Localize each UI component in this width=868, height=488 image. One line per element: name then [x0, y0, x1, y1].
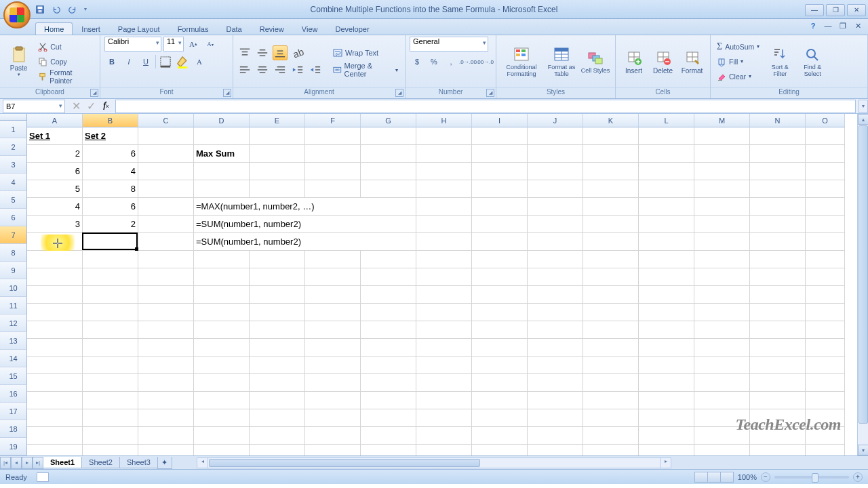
first-sheet-icon[interactable]: |◂	[0, 457, 11, 469]
column-header-I[interactable]: I	[472, 114, 528, 127]
cell-B4[interactable]: 8	[83, 180, 138, 198]
cell-O16[interactable]	[806, 392, 845, 409]
cell-N3[interactable]	[750, 163, 806, 180]
cell-A10[interactable]	[27, 286, 83, 304]
cell-K12[interactable]	[583, 321, 639, 339]
column-header-H[interactable]: H	[416, 114, 472, 127]
cell-F10[interactable]	[305, 286, 361, 304]
cell-A1[interactable]: Set 1	[27, 127, 83, 145]
cell-M7[interactable]	[694, 233, 750, 251]
zoom-in-icon[interactable]: +	[853, 472, 863, 482]
cell-A18[interactable]	[27, 427, 83, 445]
cell-H17[interactable]	[416, 409, 472, 427]
cell-N6[interactable]	[750, 216, 806, 233]
cell-L12[interactable]	[639, 321, 694, 339]
cell-J1[interactable]	[528, 127, 583, 145]
cell-E18[interactable]	[250, 427, 305, 445]
cell-L11[interactable]	[639, 304, 694, 321]
cell-H5[interactable]	[416, 198, 472, 216]
font-dialog-icon[interactable]: ◢	[223, 89, 231, 97]
cell-J15[interactable]	[528, 374, 583, 392]
cell-C18[interactable]	[138, 427, 194, 445]
cell-N4[interactable]	[750, 180, 806, 198]
cell-J5[interactable]	[528, 198, 583, 216]
row-header-8[interactable]: 8	[0, 244, 27, 262]
cell-H3[interactable]	[416, 163, 472, 180]
cell-I14[interactable]	[472, 357, 528, 374]
cell-L14[interactable]	[639, 357, 694, 374]
cell-F14[interactable]	[305, 357, 361, 374]
cell-B9[interactable]	[83, 268, 138, 286]
cell-D12[interactable]	[194, 321, 250, 339]
column-header-C[interactable]: C	[138, 114, 194, 127]
column-header-N[interactable]: N	[750, 114, 806, 127]
row-header-13[interactable]: 13	[0, 332, 27, 350]
cell-I1[interactable]	[472, 127, 528, 145]
cell-E15[interactable]	[250, 374, 305, 392]
cell-C17[interactable]	[138, 409, 194, 427]
cell-G13[interactable]	[361, 339, 416, 357]
fill-color-icon[interactable]	[175, 54, 190, 69]
cell-D7[interactable]: =SUM(number1, number2)	[194, 233, 397, 251]
normal-view-icon[interactable]	[694, 472, 708, 483]
cell-K4[interactable]	[583, 180, 639, 198]
cell-C12[interactable]	[138, 321, 194, 339]
cell-O5[interactable]	[806, 198, 845, 216]
column-header-E[interactable]: E	[250, 114, 305, 127]
cancel-formula-icon[interactable]: ✕	[69, 100, 83, 113]
cell-B12[interactable]	[83, 321, 138, 339]
cell-M8[interactable]	[694, 251, 750, 268]
column-header-L[interactable]: L	[639, 114, 694, 127]
cell-M6[interactable]	[694, 216, 750, 233]
cell-E8[interactable]	[250, 251, 305, 268]
cell-J11[interactable]	[528, 304, 583, 321]
cell-E10[interactable]	[250, 286, 305, 304]
cell-A3[interactable]: 6	[27, 163, 83, 180]
next-sheet-icon[interactable]: ▸	[22, 457, 33, 469]
cell-A2[interactable]: 2	[27, 145, 83, 163]
find-select-button[interactable]: Find & Select	[798, 37, 827, 86]
cell-K7[interactable]	[583, 233, 639, 251]
zoom-level[interactable]: 100%	[738, 473, 757, 481]
cell-H8[interactable]	[416, 251, 472, 268]
comma-icon[interactable]: ,	[443, 54, 458, 69]
insert-cells-button[interactable]: Insert	[620, 37, 648, 86]
page-break-view-icon[interactable]	[720, 472, 734, 483]
enter-formula-icon[interactable]: ✓	[84, 100, 98, 113]
row-header-10[interactable]: 10	[0, 279, 27, 297]
cell-K15[interactable]	[583, 374, 639, 392]
cell-J4[interactable]	[528, 180, 583, 198]
maximize-button[interactable]: ❐	[826, 4, 845, 16]
cell-F16[interactable]	[305, 392, 361, 409]
format-cells-button[interactable]: Format	[678, 37, 706, 86]
tab-review[interactable]: Review	[251, 22, 293, 35]
cell-D3[interactable]	[194, 163, 250, 180]
column-header-G[interactable]: G	[361, 114, 416, 127]
cell-L15[interactable]	[639, 374, 694, 392]
cell-E3[interactable]	[250, 163, 305, 180]
cell-F12[interactable]	[305, 321, 361, 339]
cell-F3[interactable]	[305, 163, 361, 180]
merge-center-button[interactable]: Merge & Center▾	[330, 62, 401, 77]
cell-J14[interactable]	[528, 357, 583, 374]
increase-decimal-icon[interactable]: .0→.00	[460, 54, 475, 69]
cell-N8[interactable]	[750, 251, 806, 268]
horizontal-scrollbar[interactable]: ◂ ▸	[197, 458, 671, 468]
orientation-icon[interactable]: ab	[290, 45, 305, 60]
cell-B8[interactable]	[83, 251, 138, 268]
cell-J6[interactable]	[528, 216, 583, 233]
cell-K5[interactable]	[583, 198, 639, 216]
cell-A12[interactable]	[27, 321, 83, 339]
cell-A16[interactable]	[27, 392, 83, 409]
cell-J17[interactable]	[528, 409, 583, 427]
page-layout-view-icon[interactable]	[707, 472, 721, 483]
cell-B13[interactable]	[83, 339, 138, 357]
cell-J18[interactable]	[528, 427, 583, 445]
cell-B18[interactable]	[83, 427, 138, 445]
italic-icon[interactable]: I	[121, 54, 136, 69]
row-header-1[interactable]: 1	[0, 121, 27, 138]
conditional-formatting-button[interactable]: Conditional Formatting	[500, 37, 542, 86]
cell-D10[interactable]	[194, 286, 250, 304]
cell-L4[interactable]	[639, 180, 694, 198]
cell-E14[interactable]	[250, 357, 305, 374]
